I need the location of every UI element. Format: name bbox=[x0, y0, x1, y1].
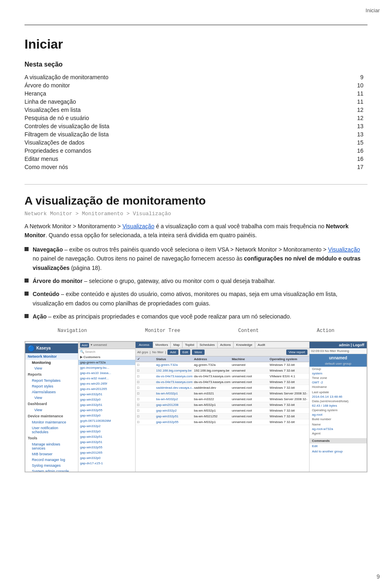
sim-tree-item-12[interactable]: gcph-06711063928M bbox=[78, 418, 135, 423]
sim-field-name-label: Name bbox=[310, 422, 367, 427]
sim-field-agent-label: Agent bbox=[310, 431, 367, 436]
sim-nav-manage-win[interactable]: Manage windows services bbox=[25, 441, 78, 451]
sim-cmd-add-group[interactable]: Add to another group bbox=[310, 449, 367, 454]
toc-item-page: 11 bbox=[351, 89, 368, 98]
sim-nav-reports-section: Reports bbox=[25, 371, 78, 378]
sim-tab-schedules[interactable]: Schedules bbox=[197, 342, 218, 348]
page-header-label: Iniciar bbox=[365, 7, 380, 13]
sim-tab-monitors[interactable]: Monitors bbox=[153, 342, 171, 348]
sim-tab-actions[interactable]: Actions bbox=[218, 342, 234, 348]
sim-tree-customers[interactable]: ▶ Customers bbox=[78, 354, 135, 360]
sim-tab-toplist[interactable]: Toplist bbox=[183, 342, 197, 348]
sim-nav-monitor-maintenance[interactable]: Monitor maintenance bbox=[25, 419, 78, 425]
sim-tab-knowledge[interactable]: Knowledge bbox=[234, 342, 255, 348]
sim-field-name-value: ag-root-w732a bbox=[310, 427, 367, 431]
sim-nav-report-styles[interactable]: Report styles bbox=[25, 383, 78, 389]
sim-field-group-label: Group bbox=[310, 367, 367, 371]
sim-row-5[interactable]: □ saddmlead.dev.vasaya.c... saddmlead.de… bbox=[136, 385, 309, 391]
sim-nav-user-notif[interactable]: User notification schedules bbox=[25, 425, 78, 435]
sim-tree-item-13[interactable]: gap-win332p2 bbox=[78, 423, 135, 429]
sim-admin-link[interactable]: admin bbox=[339, 343, 350, 347]
sim-row-1[interactable]: □ ag-green-T32a ag-green-T32a unnamed Wi… bbox=[136, 362, 309, 368]
sim-row-7[interactable]: □ ba-wn-M332p2 ba-wn-m3322 unnamed.root … bbox=[136, 396, 309, 402]
bullet-text-4: Ação – exibe as principais propriedades … bbox=[33, 312, 292, 321]
sim-row-9[interactable]: □ gap-win332p2 ba-wn-M332p1 unnamed.root… bbox=[136, 408, 309, 414]
sim-tab-access[interactable]: Access bbox=[136, 342, 153, 348]
sim-tree-item-7[interactable]: gap-win332p51 bbox=[78, 392, 135, 397]
sim-nav-view3[interactable]: View bbox=[25, 407, 78, 413]
sim-btn-view-report[interactable]: View report bbox=[286, 350, 307, 355]
sim-tree-item-10[interactable]: gap-win332p55 bbox=[78, 408, 135, 413]
screenshot-labels: NavigationMonitor TreeContentAction bbox=[24, 328, 368, 334]
sim-field-agent-value bbox=[310, 436, 367, 437]
sim-tree-item-2[interactable]: gpc-incompany.bu... bbox=[78, 365, 135, 370]
screenshot-container: 🔵 Kaseya Network Monitor Monitoring View… bbox=[24, 341, 368, 472]
sim-tree-item-14[interactable]: gap-win332p0 bbox=[78, 429, 135, 434]
sim-nav-syslog[interactable]: Syslog messages bbox=[25, 463, 78, 468]
bullet-icon-4 bbox=[24, 314, 29, 318]
sim-nav-record-mgr[interactable]: Record manager log bbox=[25, 457, 78, 463]
bullet-item-3: Conteúdo – exibe conteúdo e ajustes do u… bbox=[24, 290, 368, 308]
sim-row-6[interactable]: □ ba-wn-M332p1 ba-wn-m3321 unnamed.root … bbox=[136, 391, 309, 396]
sim-tree-item-19[interactable]: gap-win332p0 bbox=[78, 455, 135, 461]
bullet-bold-1: Navegação bbox=[33, 246, 63, 253]
sim-row-3[interactable]: □ da-vs-04e73.kaseya.com da-vs-04e73.kas… bbox=[136, 374, 309, 379]
sim-content-panel: Access Monitors Map Toplist Schedules Ac… bbox=[136, 342, 310, 472]
sim-logo: Kaseya bbox=[36, 346, 51, 350]
toc-item-label: Como mover nós bbox=[24, 163, 351, 171]
sim-row-10[interactable]: □ gap-win332p51 ba-wn-M321252 unnamed.ro… bbox=[136, 414, 309, 419]
sim-content-toolbar: All grps | No filter | Add Edit More Vie… bbox=[136, 348, 309, 356]
toc-item: Controles de visualização de lista 13 bbox=[24, 122, 368, 130]
sim-btn-edit[interactable]: Edit bbox=[180, 350, 191, 355]
sim-field-host-label: Hostname bbox=[310, 385, 367, 389]
toc-table: A visualização de monitoramento 9 Árvore… bbox=[24, 73, 368, 171]
sim-nav-view1[interactable]: View bbox=[25, 365, 78, 371]
sim-row-8[interactable]: □ gap-win201208 ba-wn-M332p1 unnamed.roo… bbox=[136, 402, 309, 408]
sim-tree-item-4[interactable]: gap-es-w32 mainf... bbox=[78, 376, 135, 381]
sim-tree-item-16[interactable]: gap-win332p51 bbox=[78, 439, 135, 445]
toc-item-label: Pesquisa de nó e usuário bbox=[24, 114, 351, 122]
sim-nav-monitoring[interactable]: Monitoring bbox=[25, 360, 78, 365]
sim-tree-item-5[interactable]: gap-es-win20-265f bbox=[78, 381, 135, 386]
sim-tab-map[interactable]: Map bbox=[171, 342, 183, 348]
sim-tab-audit[interactable]: Audit bbox=[255, 342, 267, 348]
sim-nav-sysadmin[interactable]: System admin console bbox=[25, 468, 78, 472]
sim-row-11[interactable]: □ gap-win332p55 ba-wn-M332p1 unnamed.roo… bbox=[136, 419, 309, 425]
sim-screenshot: 🔵 Kaseya Network Monitor Monitoring View… bbox=[25, 341, 367, 472]
sim-tree-item-6[interactable]: gap-es-win201265 bbox=[78, 386, 135, 392]
toc-item-page: 12 bbox=[351, 106, 368, 114]
toc-item-label: Editar menus bbox=[24, 155, 351, 163]
sim-cmd-edit[interactable]: Edit bbox=[310, 443, 367, 449]
sim-row-2[interactable]: □ 192.168.big.company.be 192.168.big.com… bbox=[136, 368, 309, 374]
bullet-text-1: Navegação – exibe os outros três painéis… bbox=[33, 245, 368, 272]
sim-tree-item-9[interactable]: gap-win332p51 bbox=[78, 402, 135, 408]
sim-nav-mib[interactable]: MIB browser bbox=[25, 451, 78, 457]
sim-tree-item-15[interactable]: gap-win332p51 bbox=[78, 434, 135, 439]
bullet-link-1[interactable]: Visualização bbox=[328, 246, 360, 253]
body-p1-link[interactable]: Visualização bbox=[122, 223, 154, 229]
sim-row-4[interactable]: □ da-vs-04e73.kaseya.com da-vs-04e73.kas… bbox=[136, 379, 309, 385]
sim-nav-network-monitor: Network Monitor bbox=[25, 353, 78, 360]
sim-logoff-link[interactable]: Logoff bbox=[353, 343, 364, 347]
toc-item-page: 13 bbox=[351, 122, 368, 130]
top-divider bbox=[24, 24, 368, 25]
sim-btn-more[interactable]: More bbox=[192, 350, 204, 355]
sim-tree-item-17[interactable]: gap-win332p55 bbox=[78, 445, 135, 450]
bullet-text-3: Conteúdo – exibe conteúdo e ajustes do u… bbox=[33, 290, 368, 308]
sim-tree-item-3[interactable]: gap-es-ws10 1kasa... bbox=[78, 370, 135, 376]
sim-field-tz-value: GMT -2 bbox=[310, 380, 367, 385]
sim-nav-alarms[interactable]: Alarms/aliases bbox=[25, 389, 78, 395]
sim-tree-item-20[interactable]: gap-dv17-x15-1 bbox=[78, 461, 135, 466]
sim-tree-item-18[interactable]: gap-win201265 bbox=[78, 450, 135, 455]
sim-field-build-label: Build number bbox=[310, 417, 367, 421]
sim-nav-report-templates[interactable]: Report Templates bbox=[25, 378, 78, 383]
sim-tree-item-11[interactable]: gap-win332p0 bbox=[78, 413, 135, 418]
toc-item-page: 11 bbox=[351, 98, 368, 106]
sim-btn-add[interactable]: Add bbox=[167, 350, 178, 355]
sim-tree-item-8[interactable]: gap-win332p0 bbox=[78, 397, 135, 402]
sim-unnamed-title: unnamed bbox=[310, 354, 367, 362]
sim-tree-add-btn[interactable]: Add bbox=[80, 343, 89, 347]
sim-tree-item-1[interactable]: gap-green-w732a bbox=[78, 360, 135, 365]
toc-item: Propriedades e comandos 16 bbox=[24, 147, 368, 155]
sim-nav-view2[interactable]: View bbox=[25, 395, 78, 401]
